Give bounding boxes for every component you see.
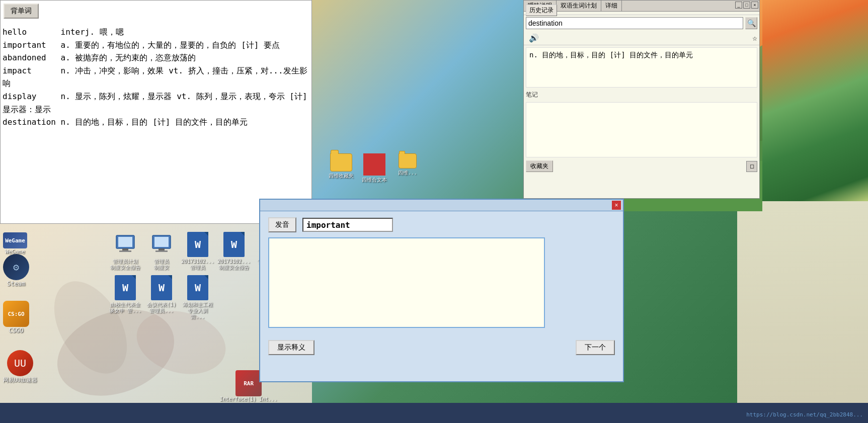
winrar-label: Interface(1) Int... [220,396,277,402]
dfile-word3-box: W [113,274,138,302]
file-icon-label-folder2: 四维... [398,170,417,177]
dfile-word3[interactable]: W 由校生代表金谈女申 管... [108,274,142,320]
svg-rect-12 [154,237,169,247]
dfile-word4[interactable]: W 会议代表(1)管理员... [144,274,179,320]
search-input[interactable] [526,17,743,29]
steam-label: Steam [7,280,25,287]
taskbar-content [0,411,8,415]
pronun-buttons: 显示释义 下一个 [260,336,623,359]
dict-tab-bilingual[interactable]: 双语生词计划 [557,1,601,11]
definition-textarea[interactable] [268,237,545,328]
svg-rect-8 [118,237,132,247]
dfile-word5[interactable]: W 筹划和主工程专业入训营... [181,274,215,320]
uu-image: UU [7,350,33,376]
file-icon-folder2[interactable]: 四维... [392,153,423,184]
notes-label: 笔记 [524,90,759,100]
minimize-button[interactable]: _ [735,2,742,9]
dfile-monitor2-box [149,230,174,259]
pronun-close-button[interactable]: × [612,201,621,210]
speak-button[interactable]: 发音 [268,217,296,232]
dfile-word1[interactable]: W 20173102...管理员 [181,230,215,271]
dfile-word5-box: W [185,274,210,302]
word-input[interactable] [302,218,393,232]
middle-file-icons: 四维收藏夹 四维合文本 四维... [326,153,423,184]
dict-result: n. 目的地，目标，目的 [计] 目的文件，目的单元 [526,47,757,88]
svg-rect-13 [159,248,165,250]
csgo-label: CSGO [9,327,24,334]
dfile-word3-label: 由校生代表金谈女申 管... [109,302,141,314]
uu-label: 网易UU加速器 [3,376,37,384]
show-definition-button[interactable]: 显示释义 [268,340,314,355]
maximize-button[interactable]: □ [743,2,750,9]
pronunciation-window: × 发音 显示释义 下一个 [259,199,624,382]
wegame-icon[interactable]: WeGame WeGame [3,232,27,255]
vocab-button[interactable]: 背单词 [4,4,39,19]
dict-tab-detail[interactable]: 详细 [601,1,622,11]
dfile-word1-box: W [185,230,210,259]
next-button[interactable]: 下一个 [576,340,615,355]
dict-window: 暧昧说明 双语生词计划 详细 _ □ × 历史记录 🔍 🔊 ☆ n. 目的地，目… [523,0,760,199]
taskbar [0,403,868,423]
dfile-word1-label: 20173102...管理员 [181,259,214,271]
dfile-word2[interactable]: W 20173102...制度安全报告 [217,230,251,271]
star-button[interactable]: ☆ [752,33,757,43]
pronun-titlebar: × [260,200,623,211]
uu-icon[interactable]: UU 网易UU加速器 [3,350,37,384]
url-bar: https://blog.csdn.net/qq_2bb2848... [746,411,863,418]
vocab-btn-area: 背单词 [1,1,311,22]
dfile-monitor2[interactable]: 管理员制度安 [144,230,179,271]
landscape-bottom [737,201,868,423]
file-icon-pixel[interactable]: 四维合文本 [359,153,389,184]
collect-button[interactable]: 收藏夹 [526,160,553,172]
dict-tabs: 暧昧说明 双语生词计划 详细 _ □ × [524,1,759,12]
close-button[interactable]: × [751,2,758,9]
svg-rect-14 [155,250,168,252]
svg-rect-9 [122,248,128,250]
dfile-word5-label: 筹划和主工程专业入训营... [181,302,215,320]
csgo-icon[interactable]: CS:GO CSGO [3,301,29,334]
dfile-monitor1-label: 管理员计划制度安全报告 [110,259,140,271]
steam-icon[interactable]: ⚙ Steam [3,254,29,287]
corner-button[interactable]: ◻ [746,161,757,172]
search-button[interactable]: 🔍 [745,17,757,29]
dict-bottom: 收藏夹 ◻ [524,159,759,173]
dfile-monitor1[interactable]: 管理员计划制度安全报告 [108,230,142,271]
dfile-monitor1-box [113,230,138,259]
vocab-window: 背单词 hello interj. 喂，嗯 important a. 重要的，有… [0,0,312,224]
svg-rect-10 [119,250,131,252]
file-icon-folder1[interactable]: 四维收藏夹 [326,153,356,184]
audio-button[interactable]: 🔊 [526,32,542,44]
dfile-word2-label: 20173102...制度安全报告 [217,259,251,271]
notes-area[interactable] [526,102,757,157]
audio-area: 🔊 ☆ [524,31,759,45]
dfile-word4-label: 会议代表(1)管理员... [147,302,176,314]
file-icon-label-pixel: 四维合文本 [362,177,387,184]
dfile-word2-box: W [221,230,247,259]
file-icon-label-folder1: 四维收藏夹 [329,173,354,180]
dfile-word4-box: W [149,274,174,302]
csgo-image: CS:GO [3,301,29,327]
search-area: 🔍 [524,15,759,31]
dfile-monitor2-label: 管理员制度安 [154,259,169,271]
vocab-content: hello interj. 喂，嗯 important a. 重要的，有地位的，… [1,22,311,133]
history-button[interactable]: 历史记录 [526,5,557,16]
pronun-content: 发音 [260,211,623,336]
winrar-image: RAR [235,370,262,396]
wegame-image: WeGame [3,232,27,248]
pronun-row: 发音 [268,217,615,232]
steam-image: ⚙ [3,254,29,280]
